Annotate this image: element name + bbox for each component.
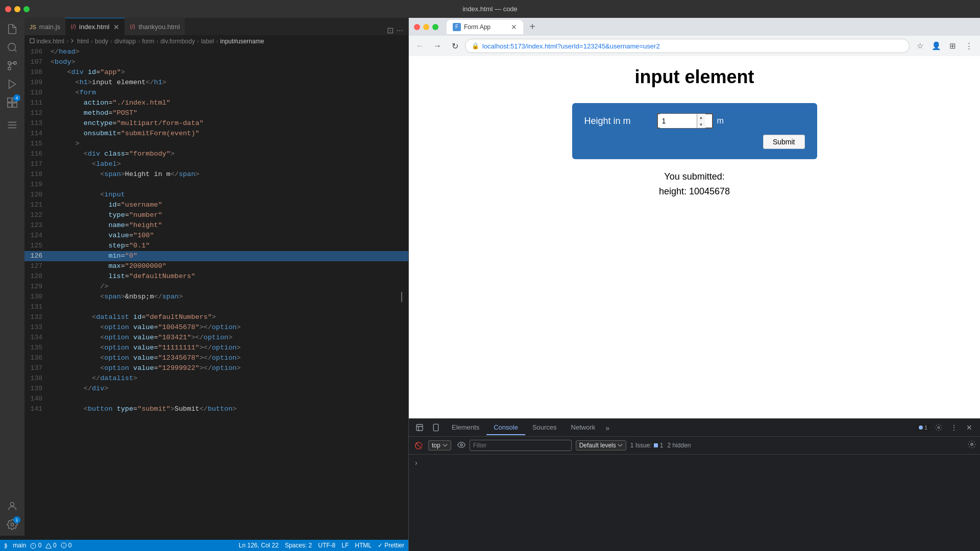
split-editor-icon[interactable]: ⊡ bbox=[387, 26, 394, 35]
new-tab-button[interactable]: + bbox=[525, 20, 540, 34]
search-icon[interactable] bbox=[5, 40, 19, 55]
devtools-more-icon[interactable]: ⋮ bbox=[947, 421, 961, 434]
svg-point-10 bbox=[11, 523, 14, 526]
code-line-125: 125 step="0.1" bbox=[24, 241, 408, 251]
devtools-tab-console[interactable]: Console bbox=[486, 420, 525, 435]
svg-rect-20 bbox=[416, 424, 423, 431]
code-line-113: 113 enctype="multipart/form-data" bbox=[24, 118, 408, 129]
run-icon[interactable] bbox=[5, 77, 19, 91]
more-actions-icon[interactable]: ··· bbox=[397, 26, 403, 35]
minimize-button[interactable] bbox=[14, 6, 20, 12]
levels-chevron-icon bbox=[618, 443, 623, 448]
tab-main-js[interactable]: JS main.js bbox=[24, 18, 65, 35]
devtools-tab-network[interactable]: Network bbox=[564, 420, 603, 435]
issue-badge[interactable]: 1 bbox=[916, 424, 930, 431]
remote-icon[interactable] bbox=[5, 118, 19, 132]
window-title: index.html — code bbox=[462, 5, 518, 13]
devtools-actions: 1 ⋮ ✕ bbox=[916, 421, 976, 434]
code-line-128: 128 list="defaultNumbers" bbox=[24, 271, 408, 282]
breadcrumb-item-3[interactable]: div#app bbox=[114, 38, 136, 45]
breadcrumb-item-7[interactable]: input#username bbox=[220, 38, 264, 45]
forward-button[interactable]: → bbox=[430, 39, 445, 53]
maximize-button[interactable] bbox=[23, 6, 30, 12]
browser-content: input element Height in m ▲ ▼ m bbox=[409, 56, 980, 418]
language[interactable]: HTML bbox=[355, 542, 372, 549]
browser-close-button[interactable] bbox=[414, 24, 420, 30]
hidden-count[interactable]: 2 hidden bbox=[667, 442, 691, 449]
breadcrumb-item-2[interactable]: body bbox=[95, 38, 108, 45]
source-control-icon[interactable] bbox=[5, 59, 19, 73]
cursor-position[interactable]: Ln 126, Col 22 bbox=[239, 542, 279, 549]
eye-icon[interactable] bbox=[457, 441, 465, 450]
browser-tab-form-app[interactable]: F Form App ✕ bbox=[447, 20, 523, 34]
devtools-tab-elements[interactable]: Elements bbox=[445, 420, 486, 435]
eol[interactable]: LF bbox=[341, 542, 349, 549]
status-info-count[interactable]: 0 bbox=[61, 542, 72, 549]
code-line-135: 135 <option value="11111111"></option> bbox=[24, 343, 408, 353]
default-levels-label: Default levels bbox=[579, 442, 616, 449]
height-input[interactable] bbox=[660, 114, 697, 128]
tab-actions: ⊡ ··· bbox=[387, 26, 408, 35]
close-button[interactable] bbox=[5, 6, 11, 12]
svg-point-23 bbox=[938, 427, 940, 429]
devtools-close-icon[interactable]: ✕ bbox=[963, 421, 976, 434]
account-icon[interactable] bbox=[5, 499, 19, 513]
html-file-icon-2: ⟨/⟩ bbox=[130, 23, 135, 30]
close-tab-icon[interactable]: ✕ bbox=[113, 23, 119, 31]
code-line-119: 119 bbox=[24, 180, 408, 190]
browser-minimize-button[interactable] bbox=[423, 24, 429, 30]
browser-tabs: F Form App ✕ + bbox=[447, 20, 975, 34]
browser-tab-close-icon[interactable]: ✕ bbox=[511, 23, 517, 31]
submit-button[interactable]: Submit bbox=[763, 135, 805, 149]
git-branch[interactable]: main bbox=[4, 542, 26, 549]
console-expand-icon[interactable]: › bbox=[413, 457, 420, 469]
console-filter-input[interactable] bbox=[470, 440, 572, 451]
more-browser-icon[interactable]: ⋮ bbox=[962, 39, 976, 53]
device-toolbar-icon[interactable] bbox=[429, 421, 443, 434]
breadcrumb-item-1[interactable]: html bbox=[70, 38, 89, 45]
breadcrumb-item-4[interactable]: form bbox=[142, 38, 154, 45]
console-settings-icon[interactable] bbox=[968, 440, 976, 450]
code-line-133: 133 <option value="10045678"></option> bbox=[24, 322, 408, 333]
extensions-icon[interactable]: 4 bbox=[5, 95, 19, 110]
tab-thankyou-html[interactable]: ⟨/⟩ thankyou.html bbox=[125, 18, 185, 35]
svg-point-24 bbox=[460, 444, 462, 446]
devtools-tab-sources[interactable]: Sources bbox=[525, 420, 564, 435]
tab-index-html[interactable]: ⟨/⟩ index.html ✕ bbox=[65, 18, 125, 35]
devtools-more-tabs-icon[interactable]: » bbox=[602, 421, 612, 435]
console-context-selector[interactable]: top bbox=[428, 440, 451, 450]
console-clear-icon[interactable]: 🚫 bbox=[413, 440, 424, 451]
encoding[interactable]: UTF-8 bbox=[318, 542, 335, 549]
code-editor[interactable]: 106 </head> 107 <body> 108 <div id="app"… bbox=[0, 47, 408, 540]
inspect-element-icon[interactable] bbox=[413, 421, 426, 434]
code-line-120: 120 <input bbox=[24, 190, 408, 200]
default-levels-dropdown[interactable]: Default levels bbox=[576, 440, 626, 450]
formatter[interactable]: ✓ Prettier bbox=[378, 542, 404, 549]
browser-maximize-button[interactable] bbox=[432, 24, 438, 30]
spaces[interactable]: Spaces: 2 bbox=[285, 542, 312, 549]
extensions-browser-icon[interactable]: ⊞ bbox=[945, 39, 960, 53]
issue-count-display[interactable]: 1 Issue: 1 bbox=[630, 442, 664, 449]
browser-window-controls bbox=[414, 24, 438, 30]
spinner-down-button[interactable]: ▼ bbox=[697, 121, 705, 128]
address-bar[interactable]: 🔒 localhost:5173/index.html?userId=12324… bbox=[465, 39, 910, 53]
breadcrumb-item-5[interactable]: div.formbody bbox=[160, 38, 195, 45]
browser-tab-title: Form App bbox=[464, 23, 491, 31]
back-button[interactable]: ← bbox=[413, 39, 427, 53]
svg-point-13 bbox=[5, 546, 7, 548]
breadcrumb-item-6[interactable]: label bbox=[201, 38, 214, 45]
settings-icon[interactable]: 1 bbox=[5, 517, 19, 532]
profile-icon[interactable]: 👤 bbox=[929, 39, 943, 53]
code-line-124: 124 value="100" bbox=[24, 231, 408, 241]
tab-bar: JS main.js ⟨/⟩ index.html ✕ ⟨/⟩ thankyou… bbox=[0, 18, 408, 36]
breadcrumb-item-0[interactable]: index.html bbox=[30, 38, 64, 45]
spinner-up-button[interactable]: ▲ bbox=[697, 114, 705, 121]
svg-marker-4 bbox=[9, 80, 16, 89]
devtools-settings-icon[interactable] bbox=[932, 421, 945, 434]
submitted-line-1: You submitted: bbox=[659, 169, 730, 184]
refresh-button[interactable]: ↻ bbox=[448, 39, 462, 53]
files-icon[interactable] bbox=[5, 22, 19, 36]
status-errors[interactable]: 0 0 bbox=[30, 542, 56, 549]
bookmark-icon[interactable]: ☆ bbox=[913, 39, 927, 53]
code-line-111: 111 action="./index.html" bbox=[24, 98, 408, 108]
